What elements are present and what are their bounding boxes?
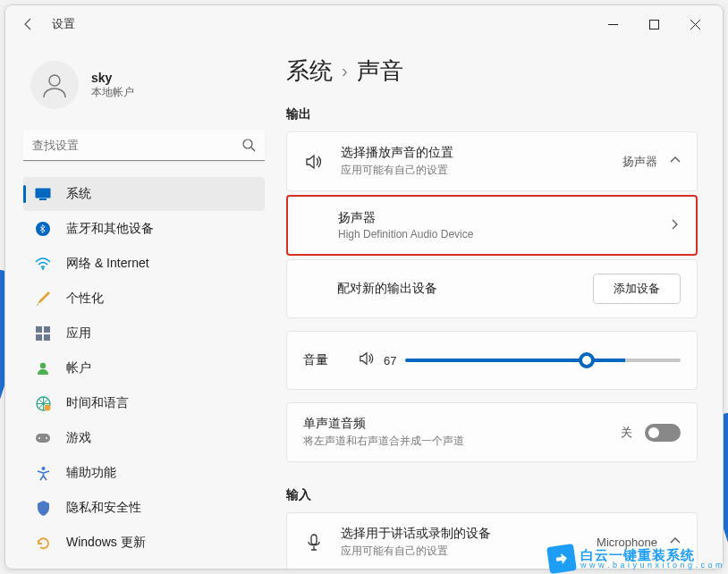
pair-device-row: 配对新的输出设备 添加设备 (287, 260, 697, 317)
account-icon (34, 359, 52, 377)
chevron-right-icon (669, 219, 680, 232)
nav-list: 系统 蓝牙和其他设备 网络 & Internet 个性化 应用 (23, 177, 274, 560)
choose-output-value: 扬声器 (622, 154, 657, 170)
breadcrumb: 系统 › 声音 (286, 55, 698, 87)
nav-item-label: 隐私和安全性 (66, 500, 141, 516)
svg-rect-0 (649, 20, 658, 29)
wifi-icon (34, 255, 52, 273)
speaker-icon (303, 153, 325, 171)
nav-bluetooth[interactable]: 蓝牙和其他设备 (23, 212, 265, 246)
nav-gaming[interactable]: 游戏 (23, 421, 265, 455)
person-icon (40, 71, 69, 99)
svg-point-13 (44, 404, 50, 410)
svg-rect-9 (36, 334, 42, 341)
chevron-up-icon (670, 155, 681, 168)
arrow-left-icon (21, 17, 36, 31)
mono-state: 关 (621, 425, 632, 441)
nav-item-label: 辅助功能 (66, 465, 116, 481)
watermark-text: 白云一键重装系统 (580, 548, 723, 561)
accessibility-icon (34, 464, 52, 482)
back-button[interactable] (13, 8, 45, 40)
nav-apps[interactable]: 应用 (23, 317, 265, 350)
bluetooth-icon (34, 220, 52, 238)
nav-item-label: 游戏 (66, 430, 91, 446)
search-input[interactable] (23, 131, 265, 161)
gamepad-icon (34, 429, 52, 447)
speaker-sub: High Definition Audio Device (338, 228, 669, 241)
watermark-url: w w w . b a i y u n x i t o n g . c o m (580, 561, 723, 570)
svg-point-15 (38, 437, 40, 439)
nav-accessibility[interactable]: 辅助功能 (23, 456, 265, 490)
output-device-card: 选择播放声音的位置 应用可能有自己的设置 扬声器 (286, 131, 698, 191)
avatar (30, 61, 79, 109)
nav-personalization[interactable]: 个性化 (23, 282, 265, 316)
svg-point-16 (46, 437, 47, 439)
svg-point-6 (42, 267, 44, 269)
svg-rect-10 (44, 334, 50, 341)
mono-sub: 将左声道和右声道合并成一个声道 (303, 434, 621, 449)
nav-item-label: 个性化 (66, 291, 104, 307)
nav-item-label: 系统 (66, 186, 91, 202)
svg-point-2 (243, 139, 252, 148)
close-icon (690, 20, 700, 30)
settings-window: 设置 sky 本地帐户 (4, 4, 724, 570)
volume-label: 音量 (303, 352, 348, 368)
user-block[interactable]: sky 本地帐户 (23, 52, 274, 127)
maximize-button[interactable] (633, 10, 674, 38)
speaker-row[interactable]: 扬声器 High Definition Audio Device (288, 197, 696, 254)
watermark: 白云一键重装系统 w w w . b a i y u n x i t o n g… (548, 545, 723, 572)
main-content: 系统 › 声音 输出 选择播放声音的位置 应用可能有自己的设置 扬声器 (274, 43, 723, 569)
user-name: sky (91, 71, 134, 85)
svg-rect-3 (36, 189, 51, 198)
nav-privacy[interactable]: 隐私和安全性 (23, 491, 265, 525)
globe-icon (34, 394, 52, 412)
svg-point-17 (41, 467, 45, 470)
pair-device-title: 配对新的输出设备 (337, 281, 593, 297)
mono-title: 单声道音频 (303, 416, 621, 432)
speaker-title: 扬声器 (338, 210, 669, 226)
volume-slider[interactable] (405, 359, 681, 362)
nav-network[interactable]: 网络 & Internet (23, 247, 265, 281)
svg-rect-14 (36, 434, 50, 443)
user-subtitle: 本地帐户 (91, 85, 134, 100)
watermark-badge-icon (546, 544, 577, 574)
volume-speaker-icon[interactable] (359, 350, 375, 370)
system-icon (34, 185, 52, 203)
apps-icon (34, 325, 52, 342)
nav-system[interactable]: 系统 (23, 177, 265, 211)
mono-toggle[interactable] (645, 424, 681, 442)
titlebar: 设置 (5, 5, 723, 43)
volume-value: 67 (384, 354, 396, 367)
mic-icon (303, 534, 325, 552)
nav-item-label: 帐户 (66, 360, 91, 376)
breadcrumb-current: 声音 (357, 55, 403, 87)
nav-time-language[interactable]: 时间和语言 (23, 386, 265, 420)
minimize-button[interactable] (592, 10, 633, 38)
search-icon (241, 138, 256, 156)
sidebar: sky 本地帐户 系统 蓝牙和其他设备 (5, 43, 274, 569)
section-input: 输入 (286, 487, 698, 503)
breadcrumb-parent[interactable]: 系统 (286, 55, 333, 87)
mono-audio-card: 单声道音频 将左声道和右声道合并成一个声道 关 (286, 402, 698, 462)
svg-rect-18 (311, 535, 317, 544)
nav-accounts[interactable]: 帐户 (23, 351, 265, 385)
nav-item-label: 时间和语言 (66, 395, 129, 411)
pair-device-card: 配对新的输出设备 添加设备 (286, 259, 698, 318)
minimize-icon (608, 20, 618, 30)
chevron-right-icon: › (342, 61, 348, 81)
svg-point-11 (40, 363, 46, 368)
volume-row: 音量 67 (287, 332, 697, 389)
nav-windows-update[interactable]: Windows 更新 (23, 526, 265, 560)
nav-item-label: 网络 & Internet (66, 256, 149, 272)
section-output: 输出 (286, 106, 698, 122)
close-button[interactable] (674, 10, 715, 38)
shield-icon (34, 499, 52, 517)
svg-point-1 (49, 75, 60, 86)
brush-icon (34, 290, 52, 308)
add-device-button[interactable]: 添加设备 (593, 274, 681, 304)
choose-output-row[interactable]: 选择播放声音的位置 应用可能有自己的设置 扬声器 (287, 132, 697, 190)
maximize-icon (649, 20, 659, 30)
mono-audio-row: 单声道音频 将左声道和右声道合并成一个声道 关 (287, 403, 697, 461)
svg-rect-4 (39, 198, 47, 200)
nav-item-label: 蓝牙和其他设备 (66, 221, 154, 237)
